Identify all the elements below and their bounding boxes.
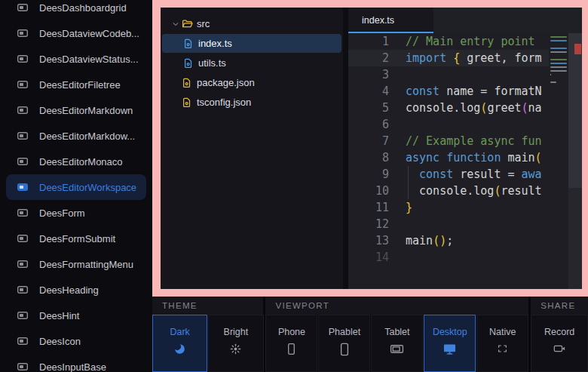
sun-icon (229, 343, 242, 355)
code-line: 10 console.log(result (348, 183, 582, 199)
component-list: DeesDashboardgridDeesDataviewCodeb...Dee… (0, 0, 152, 372)
file-tree-panel: srcindex.tsutils.tspackage.jsontsconfig.… (161, 8, 343, 289)
code-text: } (389, 199, 547, 216)
minimap-line (550, 44, 568, 45)
minimap-line (550, 81, 556, 83)
native-icon (496, 343, 509, 355)
minimap-line (550, 48, 567, 49)
line-number: 10 (348, 183, 389, 199)
sidebar-item-deesform[interactable]: DeesForm (6, 200, 146, 226)
sidebar-item-deesformattingmenu[interactable]: DeesFormattingMenu (6, 251, 146, 277)
code-text: main(); (389, 232, 547, 249)
panel-divider (343, 8, 348, 289)
sidebar-item-deesdashboardgrid[interactable]: DeesDashboardgrid (6, 0, 146, 20)
filetree-item-label: utils.ts (198, 57, 226, 69)
scrollbar[interactable] (568, 33, 582, 289)
code-line: 13main(); (348, 232, 582, 249)
sidebar-item-deeseditorfiletree[interactable]: DeesEditorFiletree (6, 72, 146, 97)
component-icon (17, 2, 29, 14)
sidebar-item-label: DeesDataviewCodeb... (39, 28, 139, 39)
code-line: 1// Main entry point (348, 33, 582, 50)
code-text: async function main( (389, 149, 547, 166)
sidebar-item-deeseditormonaco[interactable]: DeesEditorMonaco (6, 149, 146, 174)
code-lines: 1// Main entry point2import { greet, for… (348, 33, 582, 266)
sidebar-item-deesheading[interactable]: DeesHeading (6, 277, 146, 303)
demo-stage-frame: srcindex.tsutils.tspackage.jsontsconfig.… (152, 0, 588, 297)
record-icon (553, 343, 566, 355)
sidebar-item-label: DeesEditorWorkspace (39, 182, 136, 193)
minimap-line (550, 70, 567, 72)
sidebar-item-deeseditormarkdow-[interactable]: DeesEditorMarkdow... (6, 123, 146, 149)
minimap-line (550, 66, 567, 68)
native-button[interactable]: Native (476, 315, 528, 372)
sidebar-item-label: DeesEditorMonaco (39, 156, 123, 168)
filetree-item-label: src (197, 18, 210, 29)
minimap-line (550, 51, 567, 53)
line-number: 5 (348, 100, 389, 116)
sidebar-item-deesdataviewcodeb-[interactable]: DeesDataviewCodeb... (6, 20, 146, 46)
sidebar-item-deeshint[interactable]: DeesHint (6, 303, 146, 328)
editor-tabbar: index.ts (348, 8, 582, 33)
line-number: 13 (348, 232, 389, 249)
code-line: 12 (348, 216, 582, 232)
button-label: Phone (278, 327, 305, 337)
app-window: DeesDashboardgridDeesDataviewCodeb...Dee… (0, 0, 588, 372)
minimap-line (550, 59, 567, 60)
code-text: const result = awa (389, 166, 547, 183)
ts-file-icon (183, 58, 197, 69)
filetree-item-src[interactable]: src (162, 14, 341, 33)
record-button[interactable]: Record (531, 315, 588, 372)
phone-button[interactable]: Phone (265, 315, 317, 372)
bright-button[interactable]: Bright (208, 315, 263, 372)
filetree-item-package-json[interactable]: package.json (162, 73, 341, 92)
code-line: 14 (348, 249, 582, 266)
filetree-item-tsconfig-json[interactable]: tsconfig.json (162, 93, 341, 112)
minimap-line (550, 55, 568, 57)
component-icon (17, 27, 29, 39)
line-number: 7 (348, 133, 389, 149)
line-number: 6 (348, 116, 389, 133)
component-icon (17, 309, 29, 321)
button-label: Native (489, 327, 516, 337)
button-label: Tablet (384, 327, 409, 337)
sidebar-item-deeseditormarkdown[interactable]: DeesEditorMarkdown (6, 97, 146, 123)
code-line: 4const name = formatN (348, 83, 582, 100)
code-area[interactable]: 1// Main entry point2import { greet, for… (348, 33, 582, 289)
sidebar-item-deeseditorworkspace[interactable]: DeesEditorWorkspace (6, 174, 146, 200)
properties-bar: THEMEDarkBrightVIEWPORTPhonePhabletTable… (152, 297, 588, 372)
filetree-item-index-ts[interactable]: index.ts (162, 34, 341, 53)
code-text (389, 249, 547, 266)
component-sidebar: DeesDashboardgridDeesDataviewCodeb...Dee… (0, 0, 152, 372)
code-text: // Main entry point (389, 33, 547, 50)
tab-label: index.ts (362, 15, 394, 26)
indent-guide (408, 166, 409, 183)
chevron-down-icon[interactable] (170, 20, 182, 29)
tablet-button[interactable]: Tablet (371, 315, 423, 372)
sidebar-item-label: DeesIcon (39, 336, 81, 347)
button-label: Bright (224, 327, 249, 337)
toolbar-group-label: VIEWPORT (265, 297, 528, 315)
scrollbar-slider[interactable] (568, 33, 582, 188)
tab-index-ts[interactable]: index.ts (348, 8, 433, 33)
sidebar-item-deesinputbase[interactable]: DeesInputBase (6, 354, 146, 372)
component-icon (17, 155, 29, 168)
code-text: console.log(greet(na (389, 100, 547, 116)
code-line: 11} (348, 199, 582, 216)
minimap[interactable] (549, 35, 568, 289)
line-number: 11 (348, 199, 389, 216)
filetree-item-utils-ts[interactable]: utils.ts (162, 54, 341, 72)
code-text: console.log(result (389, 183, 547, 199)
sidebar-item-label: DeesEditorMarkdown (39, 105, 133, 116)
toolbar-group-label: SHARE (531, 297, 588, 315)
phablet-button[interactable]: Phablet (318, 315, 370, 372)
error-marker (574, 44, 581, 54)
component-icon (17, 53, 29, 65)
toolbar-group-theme: THEMEDarkBright (152, 297, 263, 372)
sidebar-item-deesformsubmit[interactable]: DeesFormSubmit (6, 226, 146, 251)
sidebar-item-deesdataviewstatus-[interactable]: DeesDataviewStatus... (6, 46, 146, 72)
json-file-icon (182, 78, 195, 88)
dark-button[interactable]: Dark (152, 315, 207, 372)
sidebar-item-deesicon[interactable]: DeesIcon (6, 328, 146, 354)
desktop-button[interactable]: Desktop (424, 315, 476, 372)
sidebar-item-label: DeesEditorMarkdow... (39, 131, 135, 142)
